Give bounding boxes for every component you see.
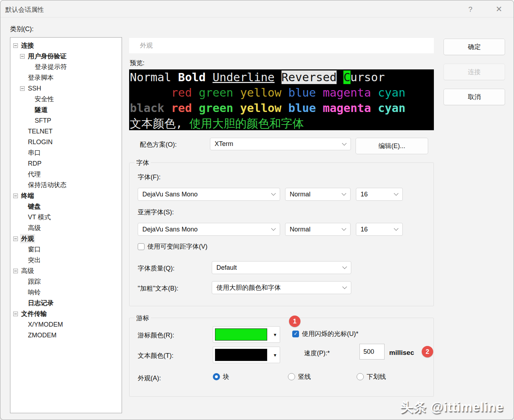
- preview-segment: blue: [288, 86, 323, 99]
- tree-item-terminal[interactable]: 终端: [10, 190, 122, 201]
- tree-item-xymodem[interactable]: X/YMODEM: [10, 319, 122, 330]
- tree-item-bell[interactable]: 响铃: [10, 287, 122, 298]
- collapse-icon[interactable]: [13, 269, 18, 273]
- cursor-color-picker[interactable]: ▼: [213, 326, 280, 343]
- close-icon[interactable]: ✕: [491, 4, 507, 15]
- preview-segment: red: [171, 101, 199, 115]
- text-color-label: 文本颜色(T):: [138, 351, 173, 360]
- color-scheme-select[interactable]: XTerm: [210, 138, 351, 150]
- collapse-icon[interactable]: [13, 194, 18, 198]
- color-scheme-label: 配色方案(O):: [140, 140, 177, 149]
- tree-item-keyboard[interactable]: 键盘: [10, 201, 122, 212]
- tree-item-advanced[interactable]: 高级: [10, 265, 122, 276]
- tree-item-ssh[interactable]: SSH: [10, 83, 122, 94]
- collapse-icon[interactable]: [20, 54, 25, 59]
- tree-item-file-transfer[interactable]: 文件传输: [10, 308, 122, 319]
- preview-segment: Normal: [130, 70, 178, 84]
- tree-item-highlight[interactable]: 突出: [10, 255, 122, 265]
- speed-label: 速度(P):*: [304, 349, 330, 357]
- preview-segment: red: [171, 86, 199, 99]
- asian-font-size-select[interactable]: 16: [356, 223, 403, 236]
- collapse-icon[interactable]: [20, 86, 25, 91]
- tree-item-label: 突出: [27, 255, 42, 265]
- tree-item-proxy[interactable]: 代理: [10, 169, 122, 180]
- preview-line: black red green yellow blue magenta cyan: [130, 85, 433, 101]
- tree-item-label: 保持活动状态: [27, 180, 68, 190]
- preview-segment: magenta: [323, 101, 378, 115]
- preview-line: black red green yellow blue magenta cyan: [130, 101, 433, 116]
- checkbox-checked-icon[interactable]: [292, 331, 299, 337]
- radio-block[interactable]: 块: [213, 372, 229, 381]
- text-color-picker[interactable]: ▼: [213, 347, 280, 363]
- font-style-select[interactable]: Normal: [285, 188, 351, 201]
- chevron-down-icon: [342, 191, 346, 196]
- ok-button[interactable]: 确定: [444, 39, 505, 55]
- tree-item-trace[interactable]: 跟踪: [10, 276, 122, 287]
- tree-item-vt-modes[interactable]: VT 模式: [10, 212, 122, 223]
- variable-pitch-checkbox-row[interactable]: 使用可变间距字体(V): [138, 242, 207, 251]
- font-name-select[interactable]: DejaVu Sans Mono: [138, 188, 280, 201]
- radio-vertical-line[interactable]: 竖线: [288, 372, 311, 381]
- font-label: 字体(F):: [138, 173, 161, 181]
- tree-item-logging[interactable]: 日志记录: [10, 298, 122, 308]
- tree-item-label: 高级: [27, 223, 42, 233]
- tree-item-label: SFTP: [34, 117, 52, 125]
- tree-item-login-scripts[interactable]: 登录脚本: [10, 72, 122, 83]
- tree-item-label: ZMODEM: [27, 331, 58, 340]
- preview-segment: C: [343, 70, 350, 84]
- collapse-icon[interactable]: [13, 236, 18, 241]
- connect-button: 连接: [444, 64, 505, 80]
- cursor-color-swatch: [215, 328, 267, 341]
- tree-item-window[interactable]: 窗口: [10, 244, 122, 255]
- edit-scheme-button[interactable]: 编辑(E)...: [356, 138, 428, 154]
- asian-font-name-select[interactable]: DejaVu Sans Mono: [138, 223, 280, 236]
- preview-segment: black: [130, 86, 171, 99]
- blink-cursor-checkbox-row[interactable]: 使用闪烁的光标(U)*: [292, 329, 358, 338]
- speed-input[interactable]: [359, 344, 385, 360]
- tree-item-authentication[interactable]: 用户身份验证: [10, 51, 122, 62]
- checkbox-icon[interactable]: [138, 243, 145, 250]
- radio-underline[interactable]: 下划线: [357, 372, 386, 381]
- tree-item-zmodem[interactable]: ZMODEM: [10, 330, 122, 341]
- bold-text-select[interactable]: 使用大胆的颜色和字体: [212, 281, 351, 294]
- tree-item-label: RLOGIN: [27, 138, 54, 146]
- font-size-select[interactable]: 16: [356, 188, 403, 201]
- window-title: 默认会话属性: [5, 5, 44, 14]
- tree-item-telnet[interactable]: TELNET: [10, 126, 122, 137]
- tree-item-tunneling[interactable]: 隧道: [10, 104, 122, 115]
- font-quality-select[interactable]: Default: [212, 261, 351, 274]
- preview-segment: green: [199, 86, 240, 99]
- tree-item-serial[interactable]: 串口: [10, 147, 122, 158]
- preview-segment: magenta: [323, 86, 378, 99]
- tree-item-sftp[interactable]: SFTP: [10, 115, 122, 126]
- tree-item-keep-alive[interactable]: 保持活动状态: [10, 180, 122, 190]
- tree-item-label: 代理: [27, 170, 42, 179]
- collapse-icon[interactable]: [13, 312, 18, 316]
- preview-segment: 文本颜色,: [130, 117, 190, 130]
- tree-item-advanced-term[interactable]: 高级: [10, 223, 122, 233]
- radio-underline-label: 下划线: [367, 372, 386, 381]
- tree-item-login-prompt[interactable]: 登录提示符: [10, 62, 122, 72]
- variable-pitch-label: 使用可变间距字体(V): [147, 242, 207, 251]
- asian-font-style-select[interactable]: Normal: [285, 223, 351, 236]
- preview-segment: yellow: [240, 86, 288, 99]
- tree-item-rlogin[interactable]: RLOGIN: [10, 137, 122, 147]
- tree-item-label: 串口: [27, 148, 42, 157]
- tree-item-label: 隧道: [34, 105, 49, 114]
- cursor-group-title: 游标: [134, 314, 151, 322]
- help-icon[interactable]: ?: [462, 4, 479, 15]
- radio-icon[interactable]: [288, 373, 295, 380]
- tree-item-connection[interactable]: 连接: [10, 40, 122, 51]
- tree-item-security[interactable]: 安全性: [10, 94, 122, 104]
- font-style-value: Normal: [290, 191, 310, 198]
- category-tree[interactable]: 连接用户身份验证登录提示符登录脚本SSH安全性隧道SFTPTELNETRLOGI…: [10, 37, 122, 413]
- radio-selected-icon[interactable]: [213, 373, 220, 380]
- tree-item-appearance[interactable]: 外观: [10, 233, 122, 244]
- cancel-button[interactable]: 取消: [444, 89, 505, 105]
- tree-item-rdp[interactable]: RDP: [10, 158, 122, 169]
- radio-icon[interactable]: [357, 373, 364, 380]
- collapse-icon[interactable]: [13, 43, 18, 48]
- font-name-value: DejaVu Sans Mono: [142, 191, 197, 198]
- preview-segment: green: [199, 101, 240, 115]
- tree-item-label: 跟踪: [27, 277, 42, 286]
